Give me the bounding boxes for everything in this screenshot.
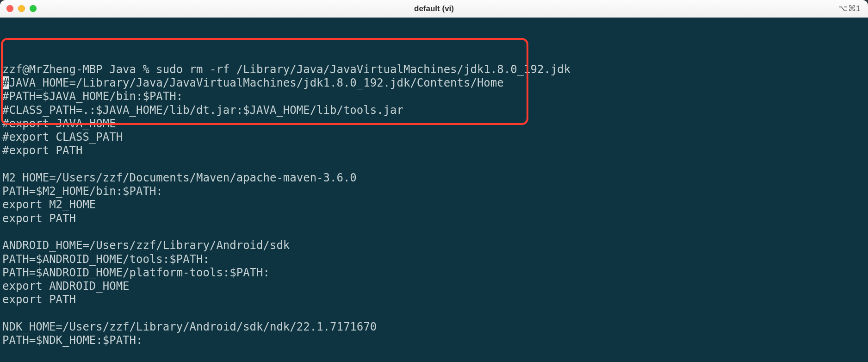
terminal-line: PATH=$M2_HOME/bin:$PATH: xyxy=(2,185,866,198)
terminal-line: #CLASS_PATH=.:$JAVA_HOME/lib/dt.jar:$JAV… xyxy=(2,104,866,117)
terminal-line: export ANDROID_HOME xyxy=(2,280,866,293)
terminal-line: #PATH=$JAVA_HOME/bin:$PATH: xyxy=(2,90,866,103)
window-title: default (vi) xyxy=(414,4,454,13)
terminal-line: #export JAVA_HOME xyxy=(2,117,866,131)
terminal-line: PATH=$ANDROID_HOME/tools:$PATH: xyxy=(2,253,866,266)
terminal-line: zzf@MrZheng-MBP Java % sudo rm -rf /Libr… xyxy=(2,63,866,76)
terminal-line: PATH=$NDK_HOME:$PATH: xyxy=(2,334,866,347)
terminal-line: PATH=$ANDROID_HOME/platform-tools:$PATH: xyxy=(2,266,866,280)
terminal-line: #export PATH xyxy=(2,144,866,157)
terminal-line: #export CLASS_PATH xyxy=(2,131,866,144)
terminal-line xyxy=(2,307,866,320)
maximize-icon[interactable] xyxy=(30,5,37,12)
terminal-line: export PATH xyxy=(2,212,866,225)
terminal-line xyxy=(2,158,866,171)
terminal-line: M2_HOME=/Users/zzf/Documents/Maven/apach… xyxy=(2,171,866,185)
minimize-icon[interactable] xyxy=(18,5,25,12)
terminal-window: default (vi) ⌥⌘1 zzf@MrZheng-MBP Java % … xyxy=(0,0,868,362)
terminal-line xyxy=(2,225,866,239)
traffic-lights xyxy=(6,5,37,12)
terminal-body[interactable]: zzf@MrZheng-MBP Java % sudo rm -rf /Libr… xyxy=(0,18,868,362)
terminal-line: ANDROID_HOME=/Users/zzf/Library/Android/… xyxy=(2,239,866,252)
terminal-line: #JAVA_HOME=/Library/Java/JavaVirtualMach… xyxy=(2,76,866,90)
terminal-cursor: # xyxy=(2,76,9,89)
window-shortcut-hint: ⌥⌘1 xyxy=(838,4,861,13)
close-icon[interactable] xyxy=(6,5,13,12)
terminal-line: export M2_HOME xyxy=(2,198,866,212)
window-titlebar[interactable]: default (vi) ⌥⌘1 xyxy=(0,0,868,18)
terminal-line: NDK_HOME=/Users/zzf/Library/Android/sdk/… xyxy=(2,320,866,334)
terminal-line: export PATH xyxy=(2,293,866,306)
